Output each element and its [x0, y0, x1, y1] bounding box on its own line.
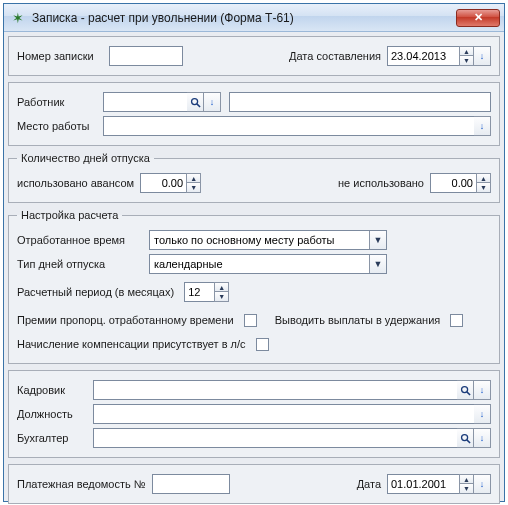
- arrow-down-icon: ↓: [480, 121, 485, 131]
- spin-up-icon[interactable]: ▲: [459, 46, 474, 56]
- arrow-down-icon: ↓: [210, 97, 215, 107]
- chevron-down-icon: ▼: [369, 231, 386, 249]
- svg-point-0: [191, 98, 197, 104]
- used-advance-input[interactable]: 0.00: [140, 173, 186, 193]
- accountant-input[interactable]: [93, 428, 457, 448]
- fieldset-calc-settings: Настройка расчета Отработанное время тол…: [8, 209, 500, 364]
- arrow-down-icon: ↓: [480, 479, 485, 489]
- arrow-down-icon: ↓: [480, 385, 485, 395]
- period-input[interactable]: 12: [184, 282, 214, 302]
- window-title: Записка - расчет при увольнении (Форма Т…: [32, 11, 456, 25]
- arrow-down-icon: ↓: [480, 51, 485, 61]
- workplace-label: Место работы: [17, 120, 103, 132]
- position-input[interactable]: [93, 404, 474, 424]
- app-icon: ✶: [10, 10, 26, 26]
- spin-up-icon[interactable]: ▲: [214, 282, 229, 292]
- section-payroll: Платежная ведомость № Дата 01.01.2001 ▲ …: [8, 464, 500, 504]
- section-header: Номер записки Дата составления 23.04.201…: [8, 36, 500, 76]
- compose-date-label: Дата составления: [289, 50, 381, 62]
- titlebar: ✶ Записка - расчет при увольнении (Форма…: [4, 4, 504, 32]
- payroll-date-dropdown[interactable]: ↓: [474, 474, 491, 494]
- compose-date-input[interactable]: 23.04.2013: [387, 46, 459, 66]
- day-type-label: Тип дней отпуска: [17, 258, 149, 270]
- worked-time-value: только по основному месту работы: [150, 234, 369, 246]
- accountant-dropdown-button[interactable]: ↓: [474, 428, 491, 448]
- compose-date-dropdown[interactable]: ↓: [474, 46, 491, 66]
- worked-time-label: Отработанное время: [17, 234, 149, 246]
- arrow-down-icon: ↓: [480, 409, 485, 419]
- worker-info-display: [229, 92, 491, 112]
- payroll-date-spinner[interactable]: ▲ ▼: [459, 474, 474, 494]
- svg-point-4: [461, 434, 467, 440]
- compensation-label: Начисление компенсации присутствует в л/…: [17, 338, 246, 350]
- accountant-lookup-button[interactable]: [457, 428, 474, 448]
- bonus-prop-label: Премии пропорц. отработанному времени: [17, 314, 234, 326]
- spin-down-icon[interactable]: ▼: [459, 484, 474, 494]
- svg-line-5: [466, 439, 469, 442]
- used-advance-label: использовано авансом: [17, 177, 134, 189]
- position-label: Должность: [17, 408, 93, 420]
- payroll-date-input[interactable]: 01.01.2001: [387, 474, 459, 494]
- hr-label: Кадровик: [17, 384, 93, 396]
- not-used-label: не использовано: [338, 177, 424, 189]
- note-number-input[interactable]: [109, 46, 183, 66]
- output-payments-checkbox[interactable]: [450, 314, 463, 327]
- spin-down-icon[interactable]: ▼: [214, 292, 229, 302]
- compose-date-spinner[interactable]: ▲ ▼: [459, 46, 474, 66]
- compensation-checkbox[interactable]: [256, 338, 269, 351]
- payroll-number-input[interactable]: [152, 474, 230, 494]
- chevron-down-icon: ▼: [369, 255, 386, 273]
- period-label: Расчетный период (в месяцах): [17, 286, 174, 298]
- payroll-date-label: Дата: [357, 478, 381, 490]
- spin-up-icon[interactable]: ▲: [459, 474, 474, 484]
- worker-label: Работник: [17, 96, 103, 108]
- window-frame: ✶ Записка - расчет при увольнении (Форма…: [3, 3, 505, 502]
- spin-down-icon[interactable]: ▼: [476, 183, 491, 193]
- calc-settings-legend: Настройка расчета: [17, 209, 122, 221]
- bonus-prop-checkbox[interactable]: [244, 314, 257, 327]
- svg-line-3: [466, 391, 469, 394]
- output-payments-label: Выводить выплаты в удержания: [275, 314, 441, 326]
- used-advance-spinner[interactable]: ▲ ▼: [186, 173, 201, 193]
- close-window-button[interactable]: ✕: [456, 9, 500, 27]
- arrow-down-icon: ↓: [480, 433, 485, 443]
- hr-lookup-button[interactable]: [457, 380, 474, 400]
- workplace-dropdown-button[interactable]: ↓: [474, 116, 491, 136]
- worker-dropdown-button[interactable]: ↓: [204, 92, 221, 112]
- search-icon: [460, 385, 471, 396]
- payroll-label: Платежная ведомость №: [17, 478, 146, 490]
- spin-down-icon[interactable]: ▼: [459, 56, 474, 66]
- worker-lookup-button[interactable]: [187, 92, 204, 112]
- search-icon: [190, 97, 201, 108]
- day-type-value: календарные: [150, 258, 369, 270]
- spin-down-icon[interactable]: ▼: [186, 183, 201, 193]
- hr-input[interactable]: [93, 380, 457, 400]
- workplace-input[interactable]: [103, 116, 474, 136]
- svg-line-1: [196, 103, 199, 106]
- vacation-days-legend: Количество дней отпуска: [17, 152, 154, 164]
- client-area: Номер записки Дата составления 23.04.201…: [4, 32, 504, 501]
- day-type-combo[interactable]: календарные ▼: [149, 254, 387, 274]
- section-employee: Работник ↓ Место работы ↓: [8, 82, 500, 146]
- not-used-input[interactable]: 0.00: [430, 173, 476, 193]
- fieldset-vacation-days: Количество дней отпуска использовано ава…: [8, 152, 500, 203]
- search-icon: [460, 433, 471, 444]
- note-number-label: Номер записки: [17, 50, 109, 62]
- close-icon: ✕: [474, 11, 483, 24]
- spin-up-icon[interactable]: ▲: [476, 173, 491, 183]
- not-used-spinner[interactable]: ▲ ▼: [476, 173, 491, 193]
- position-dropdown-button[interactable]: ↓: [474, 404, 491, 424]
- svg-point-2: [461, 386, 467, 392]
- accountant-label: Бухгалтер: [17, 432, 93, 444]
- hr-dropdown-button[interactable]: ↓: [474, 380, 491, 400]
- worker-input[interactable]: [103, 92, 187, 112]
- worked-time-combo[interactable]: только по основному месту работы ▼: [149, 230, 387, 250]
- period-spinner[interactable]: ▲ ▼: [214, 282, 229, 302]
- section-signers: Кадровик ↓ Должность ↓ Бухгалтер ↓: [8, 370, 500, 458]
- spin-up-icon[interactable]: ▲: [186, 173, 201, 183]
